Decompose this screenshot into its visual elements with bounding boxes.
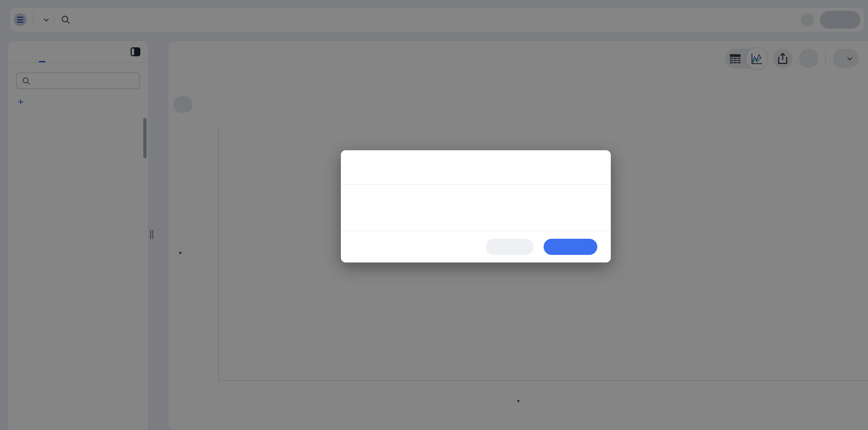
cancel-button[interactable] <box>486 239 534 255</box>
confirm-button[interactable] <box>544 239 597 255</box>
dialog-body-text <box>341 185 611 231</box>
dialog-header <box>341 150 611 185</box>
dialog-footer <box>341 231 611 262</box>
rerun-search-dialog <box>341 150 611 262</box>
